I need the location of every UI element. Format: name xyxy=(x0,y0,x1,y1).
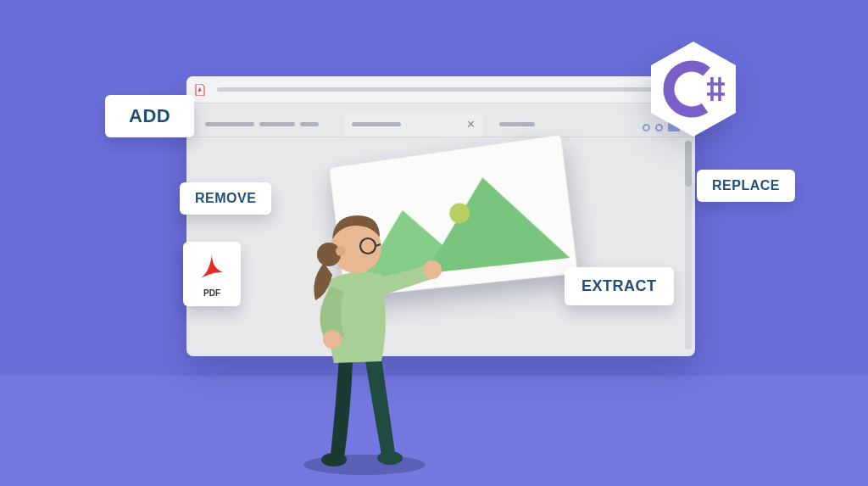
tab xyxy=(198,111,335,137)
pdf-mini-icon xyxy=(195,84,205,96)
svg-point-10 xyxy=(323,330,342,349)
csharp-hex-icon xyxy=(643,38,744,140)
svg-point-15 xyxy=(336,246,346,256)
svg-point-6 xyxy=(303,455,426,475)
close-icon: ✕ xyxy=(466,118,476,131)
browser-titlebar xyxy=(186,76,695,103)
svg-point-8 xyxy=(377,451,403,465)
label-remove: REMOVE xyxy=(180,182,271,215)
svg-point-7 xyxy=(321,453,347,466)
svg-point-9 xyxy=(423,260,442,279)
tab xyxy=(492,111,629,137)
person-illustration xyxy=(263,187,449,475)
pdf-badge-text: PDF xyxy=(203,288,220,298)
pdf-icon xyxy=(198,251,226,285)
label-extract: EXTRACT xyxy=(565,267,674,305)
label-add: ADD xyxy=(105,95,194,137)
scrollbar xyxy=(685,141,692,349)
label-replace: REPLACE xyxy=(697,170,795,202)
pdf-badge: PDF xyxy=(183,242,241,306)
tab-bar: ✕ xyxy=(186,103,695,137)
tab-active: ✕ xyxy=(345,111,481,137)
url-bar xyxy=(217,87,656,92)
